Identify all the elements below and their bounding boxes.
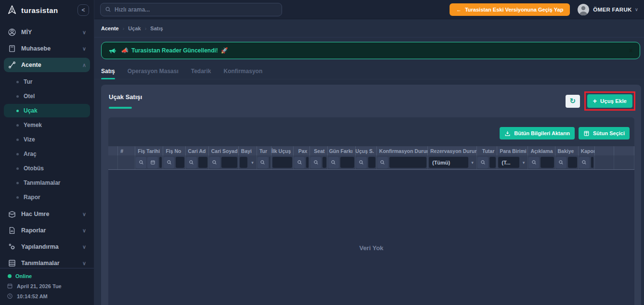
column-header[interactable]: Gün Farkı xyxy=(328,146,356,155)
filter-input[interactable] xyxy=(541,157,554,168)
filter-input[interactable] xyxy=(270,157,270,168)
column-header[interactable]: Konfirmasyon Durumu xyxy=(377,146,428,155)
sidebar-subitem[interactable]: Rapor xyxy=(4,191,90,204)
filter-input[interactable] xyxy=(306,157,309,168)
column-filter-cell[interactable]: ▾ xyxy=(239,155,257,169)
sidebar-subitem[interactable]: Yemek xyxy=(4,118,90,132)
filter-input[interactable] xyxy=(198,157,207,168)
column-header[interactable]: Uçuş S. xyxy=(356,146,377,155)
column-filter-cell[interactable]: ▾ xyxy=(328,155,356,169)
sidebar-item-raporlar[interactable]: Raporlar ∨ xyxy=(4,223,90,238)
search-icon xyxy=(356,157,367,168)
column-filter-cell[interactable]: ▾ xyxy=(209,155,239,169)
column-header[interactable]: # xyxy=(118,146,135,155)
column-header[interactable] xyxy=(108,146,118,155)
column-filter-cell[interactable]: ▾ xyxy=(118,155,135,169)
sidebar-item-hac-umre[interactable]: Hac Umre ∨ xyxy=(4,207,90,221)
sidebar-subitem[interactable]: Tur xyxy=(4,75,90,89)
column-header[interactable] xyxy=(595,146,614,155)
sidebar-subitem[interactable]: Vize xyxy=(4,133,90,146)
sidebar-subitem[interactable]: Otel xyxy=(4,89,90,103)
filter-input[interactable] xyxy=(221,157,237,168)
column-header[interactable]: Para Birimi xyxy=(497,146,528,155)
filter-input[interactable] xyxy=(591,157,593,168)
sidebar-collapse-button[interactable]: < xyxy=(77,4,89,16)
column-header[interactable]: Bakiye xyxy=(555,146,579,155)
column-filter-cell[interactable]: ▾ xyxy=(163,155,185,169)
refresh-button[interactable]: ↻ xyxy=(566,95,580,108)
column-filter-cell[interactable]: (Tümü) ▾ xyxy=(428,155,477,169)
column-filter-cell[interactable]: ▾ xyxy=(108,155,118,169)
column-header[interactable]: Cari Ad xyxy=(186,146,209,155)
close-icon[interactable]: × xyxy=(629,47,633,54)
column-filter-cell[interactable]: ▾ xyxy=(528,155,555,169)
column-header[interactable]: İlk Uçuş xyxy=(271,146,294,155)
sidebar-subitem[interactable]: Tanımlamalar xyxy=(4,176,90,190)
filter-input[interactable] xyxy=(489,157,496,168)
tab[interactable]: Satış xyxy=(101,66,115,79)
column-header[interactable]: Açıklama xyxy=(528,146,555,155)
sidebar-subitem[interactable]: Otobüs xyxy=(4,162,90,175)
column-header[interactable]: Bayi xyxy=(239,146,257,155)
column-filter-cell[interactable]: ▾ xyxy=(135,155,163,169)
filter-input[interactable] xyxy=(389,157,426,168)
sidebar-item-acente[interactable]: Acente ∧ xyxy=(4,58,90,72)
column-filter-cell[interactable]: (T... ▾ xyxy=(497,155,528,169)
column-header[interactable]: Tutar xyxy=(477,146,497,155)
filter-input[interactable] xyxy=(568,157,577,168)
tab[interactable]: Konfirmasyon xyxy=(224,66,263,79)
add-flight-button[interactable]: + Uçuş Ekle xyxy=(587,94,632,108)
column-filter-cell[interactable]: ▾ xyxy=(294,155,310,169)
sidebar-item-yapilandirma[interactable]: Yapılandırma ∨ xyxy=(4,240,90,254)
search-input[interactable] xyxy=(115,6,277,13)
filter-input[interactable] xyxy=(322,157,326,168)
tab[interactable]: Operasyon Masası xyxy=(128,66,179,79)
column-filter-cell[interactable]: ▾ xyxy=(310,155,327,169)
column-header[interactable] xyxy=(614,146,634,155)
column-filter-cell[interactable]: ▾ xyxy=(186,155,209,169)
legacy-version-button[interactable]: ← Turasistan Eski Versiyonuna Geçiş Yap xyxy=(450,3,570,16)
filter-input[interactable] xyxy=(240,157,247,168)
column-filter-cell[interactable]: ▾ xyxy=(356,155,377,169)
avatar[interactable] xyxy=(578,4,589,15)
column-filter-cell[interactable]: ▾ xyxy=(555,155,579,169)
column-header[interactable]: Seat xyxy=(310,146,327,155)
column-header[interactable]: Kapora xyxy=(579,146,595,155)
breadcrumb-item[interactable]: Satış xyxy=(150,25,163,31)
filter-dropdown-value[interactable]: (Tümü) xyxy=(429,157,468,168)
column-header[interactable]: Tur xyxy=(257,146,271,155)
filter-input[interactable] xyxy=(272,157,292,168)
column-header[interactable]: Rezervasyon Durumu xyxy=(428,146,477,155)
column-filter-cell[interactable]: ▾ xyxy=(377,155,428,169)
column-header[interactable]: Pax xyxy=(294,146,310,155)
breadcrumb-item[interactable]: Acente xyxy=(101,25,119,31)
filter-input[interactable] xyxy=(368,157,375,168)
plus-icon: + xyxy=(593,97,597,105)
column-filter-cell[interactable]: ▾ xyxy=(579,155,595,169)
sidebar-subitem[interactable]: Uçak xyxy=(4,104,90,117)
calendar-icon xyxy=(147,157,158,168)
sidebar-item-tanimlamalar[interactable]: Tanımlamalar ∨ xyxy=(4,256,90,268)
sidebar-item-miy[interactable]: MİY ∨ xyxy=(4,25,90,39)
column-filter-cell[interactable]: ▾ xyxy=(257,155,271,169)
filter-input[interactable] xyxy=(176,157,184,168)
filter-input[interactable] xyxy=(340,157,354,168)
column-filter-cell[interactable]: ▾ xyxy=(271,155,294,169)
export-all-button[interactable]: Bütün Bilgileri Aktarın xyxy=(500,127,575,140)
column-chooser-button[interactable]: Sütun Seçici xyxy=(579,127,630,140)
quick-search[interactable] xyxy=(100,3,282,16)
filter-input[interactable] xyxy=(159,157,162,168)
column-filter-cell[interactable]: ▾ xyxy=(614,155,634,169)
chevron-down-icon: ∨ xyxy=(82,211,86,217)
column-header[interactable]: Cari Soyad xyxy=(209,146,239,155)
user-name[interactable]: ÖMER FARUK xyxy=(593,7,631,13)
column-filter-cell[interactable]: ▾ xyxy=(595,155,614,169)
column-header[interactable]: Fiş Tarihi xyxy=(135,146,163,155)
filter-dropdown-value[interactable]: (T... xyxy=(498,157,519,168)
tab[interactable]: Tedarik xyxy=(191,66,211,79)
breadcrumb-item[interactable]: Uçak xyxy=(128,25,141,31)
sidebar-item-muhasebe[interactable]: Muhasebe ∨ xyxy=(4,41,90,56)
column-header[interactable]: Fiş No xyxy=(163,146,185,155)
column-filter-cell[interactable]: ▾ xyxy=(477,155,497,169)
sidebar-subitem[interactable]: Araç xyxy=(4,147,90,161)
